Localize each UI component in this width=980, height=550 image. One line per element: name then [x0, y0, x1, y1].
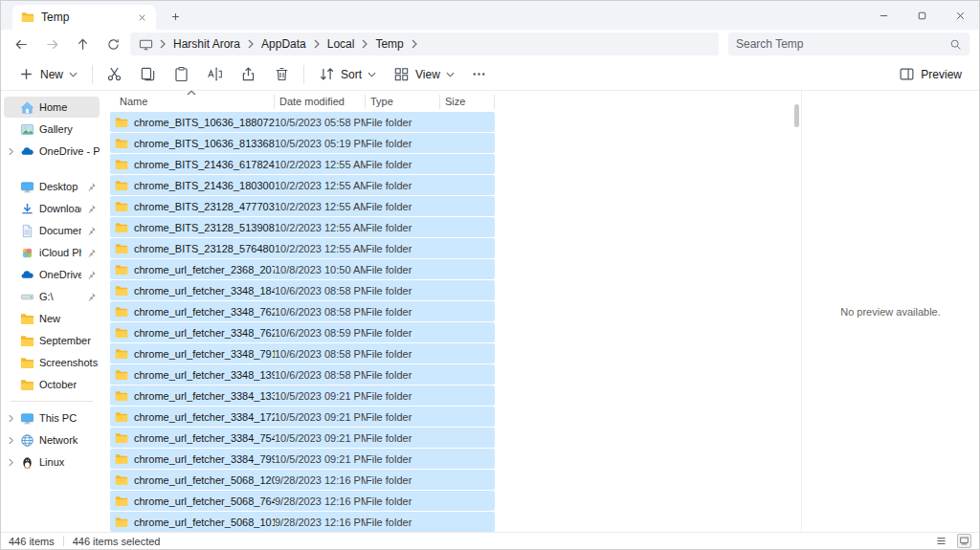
refresh-button[interactable]: [102, 33, 124, 55]
file-row-chrome-url-fetcher-5068-764171856[interactable]: chrome_url_fetcher_5068_7641718569/28/20…: [110, 491, 495, 511]
sidebar-item-onedrive-persona[interactable]: OneDrive - Persona: [4, 141, 100, 162]
file-row-chrome-url-fetcher-3348-762603971[interactable]: chrome_url_fetcher_3348_76260397110/6/20…: [110, 322, 495, 342]
toolbar-icon-buttons: [100, 61, 297, 88]
sidebar-item-network[interactable]: Network: [4, 429, 100, 451]
file-row-chrome-url-fetcher-3384-172591398[interactable]: chrome_url_fetcher_3384_17259139810/5/20…: [110, 407, 495, 427]
cut-button[interactable]: [100, 61, 129, 88]
sidebar-item-label: September: [39, 335, 100, 346]
close-button[interactable]: [941, 1, 979, 30]
expand-chevron-icon[interactable]: [6, 413, 15, 423]
sidebar-item-linux[interactable]: Linux: [4, 451, 100, 473]
breadcrumb-item-appdata[interactable]: AppData: [257, 36, 310, 52]
view-button[interactable]: View: [386, 61, 462, 88]
folder-icon: [20, 312, 34, 326]
back-button[interactable]: [11, 33, 33, 55]
column-header-type[interactable]: Type: [366, 95, 440, 109]
breadcrumb-item-temp[interactable]: Temp: [371, 36, 407, 52]
expand-chevron-icon[interactable]: [6, 457, 15, 467]
file-row-chrome-url-fetcher-5068-12030369[interactable]: chrome_url_fetcher_5068_120303699/28/202…: [110, 470, 495, 490]
column-header-size[interactable]: Size: [440, 95, 495, 109]
maximize-button[interactable]: [902, 1, 941, 30]
breadcrumb-item-local[interactable]: Local: [323, 36, 359, 52]
sidebar-item-downloads[interactable]: Downloads: [4, 198, 100, 219]
sidebar-indent-spacer: [6, 358, 15, 367]
file-row-chrome-bits-23128-576480583[interactable]: chrome_BITS_23128_57648058310/2/2023 12:…: [110, 238, 495, 258]
home-icon: [20, 100, 34, 115]
file-row-chrome-url-fetcher-5068-1016669819[interactable]: chrome_url_fetcher_5068_10166698199/28/2…: [110, 512, 495, 532]
file-row-chrome-url-fetcher-3348-184030118[interactable]: chrome_url_fetcher_3348_18403011810/6/20…: [110, 280, 495, 300]
breadcrumb-chevron-icon[interactable]: [362, 39, 368, 49]
scrollbar-thumb[interactable]: [794, 104, 799, 127]
sidebar-item-october[interactable]: October: [4, 374, 100, 395]
sidebar-item-g[interactable]: G:\: [4, 286, 100, 307]
preview-button[interactable]: Preview: [891, 61, 969, 88]
file-row-chrome-url-fetcher-3348-1390261003[interactable]: chrome_url_fetcher_3348_139026100310/6/2…: [110, 364, 495, 385]
delete-button[interactable]: [267, 61, 297, 88]
sidebar-item-screenshots[interactable]: Screenshots: [4, 352, 100, 373]
new-tab-button[interactable]: [164, 5, 187, 28]
drive-icon: [20, 290, 34, 304]
more-options-button[interactable]: [464, 61, 494, 88]
sort-button[interactable]: Sort: [311, 61, 384, 88]
sidebar-item-home[interactable]: Home: [4, 97, 100, 118]
folder-icon: [115, 368, 128, 382]
file-name-cell: chrome_BITS_21436_1803008613: [110, 179, 275, 192]
forward-button[interactable]: [41, 33, 63, 55]
rename-button[interactable]: [200, 61, 230, 88]
sidebar-item-september[interactable]: September: [4, 330, 100, 351]
file-row-chrome-bits-10636-813368861[interactable]: chrome_BITS_10636_81336886110/5/2023 05:…: [110, 133, 495, 153]
sidebar-item-label: Documents: [39, 225, 81, 236]
file-row-chrome-bits-10636-188072365[interactable]: chrome_BITS_10636_18807236510/5/2023 05:…: [110, 112, 495, 132]
sidebar-item-icloud-photos[interactable]: iCloud Photos: [4, 242, 100, 263]
file-row-chrome-url-fetcher-3384-754151892[interactable]: chrome_url_fetcher_3384_75415189210/5/20…: [110, 428, 495, 448]
column-header-name[interactable]: Name: [110, 95, 275, 109]
large-icons-view-toggle-icon[interactable]: [957, 534, 971, 548]
sidebar-item-new[interactable]: New: [4, 308, 100, 329]
file-row-chrome-url-fetcher-3348-791636275[interactable]: chrome_url_fetcher_3348_79163627510/6/20…: [110, 343, 495, 363]
up-button[interactable]: [72, 33, 94, 55]
file-row-chrome-url-fetcher-3384-799376111[interactable]: chrome_url_fetcher_3384_79937611110/5/20…: [110, 449, 495, 469]
share-button[interactable]: [234, 61, 263, 88]
column-header-date-modified[interactable]: Date modified: [275, 95, 366, 109]
file-name-cell: chrome_url_fetcher_3348_762603971: [110, 326, 275, 340]
file-row-chrome-url-fetcher-3384-133701332[interactable]: chrome_url_fetcher_3384_13370133210/5/20…: [110, 385, 495, 406]
sidebar-indent-spacer: [6, 248, 15, 257]
date-modified-cell: 10/2/2023 12:55 AM: [275, 180, 366, 191]
minimize-button[interactable]: [864, 1, 902, 30]
folder-icon: [115, 495, 128, 508]
search-box[interactable]: [728, 33, 969, 55]
sidebar-item-this-pc[interactable]: This PC: [4, 407, 100, 429]
tab-close-icon[interactable]: [137, 12, 147, 23]
breadcrumb-chevron-icon[interactable]: [160, 39, 166, 49]
copy-button[interactable]: [133, 61, 163, 88]
search-input[interactable]: [736, 37, 949, 51]
paste-button[interactable]: [167, 61, 196, 88]
breadcrumb-chevron-icon[interactable]: [314, 39, 320, 49]
details-view-toggle-icon[interactable]: [934, 534, 948, 548]
sidebar-item-documents[interactable]: Documents: [4, 220, 100, 241]
tab-temp[interactable]: Temp: [12, 5, 156, 30]
scrollbar[interactable]: [791, 91, 801, 532]
file-name-cell: chrome_url_fetcher_5068_1016669819: [110, 516, 275, 529]
search-icon: [949, 38, 962, 51]
new-button[interactable]: New: [11, 61, 85, 88]
expand-chevron-icon[interactable]: [6, 435, 15, 445]
sidebar-item-gallery[interactable]: Gallery: [4, 119, 100, 140]
sidebar-item-onedrive[interactable]: OneDrive: [4, 264, 100, 285]
file-row-chrome-url-fetcher-2368-2079736239[interactable]: chrome_url_fetcher_2368_207973623910/8/2…: [110, 259, 495, 279]
file-row-chrome-url-fetcher-3348-762165606[interactable]: chrome_url_fetcher_3348_76216560610/6/20…: [110, 301, 495, 321]
file-row-chrome-bits-21436-617824255[interactable]: chrome_BITS_21436_61782425510/2/2023 12:…: [110, 154, 495, 174]
file-row-chrome-bits-23128-477703953[interactable]: chrome_BITS_23128_47770395310/2/2023 12:…: [110, 196, 495, 216]
sidebar-item-label: Home: [39, 101, 100, 113]
breadcrumb-chevron-icon[interactable]: [248, 39, 254, 49]
address-bar[interactable]: Harshit AroraAppDataLocalTemp: [130, 33, 719, 55]
breadcrumb-item-harshit-arora[interactable]: Harshit Arora: [169, 36, 244, 52]
expand-chevron-icon[interactable]: [6, 146, 15, 156]
paste-icon: [173, 66, 189, 82]
breadcrumb-chevron-icon[interactable]: [412, 39, 417, 49]
close-icon: [954, 10, 967, 22]
date-modified-cell: 10/2/2023 12:55 AM: [275, 222, 366, 233]
file-row-chrome-bits-21436-1803008613[interactable]: chrome_BITS_21436_180300861310/2/2023 12…: [110, 175, 495, 195]
sidebar-item-desktop[interactable]: Desktop: [4, 176, 100, 197]
file-row-chrome-bits-23128-513908135[interactable]: chrome_BITS_23128_51390813510/2/2023 12:…: [110, 217, 495, 237]
